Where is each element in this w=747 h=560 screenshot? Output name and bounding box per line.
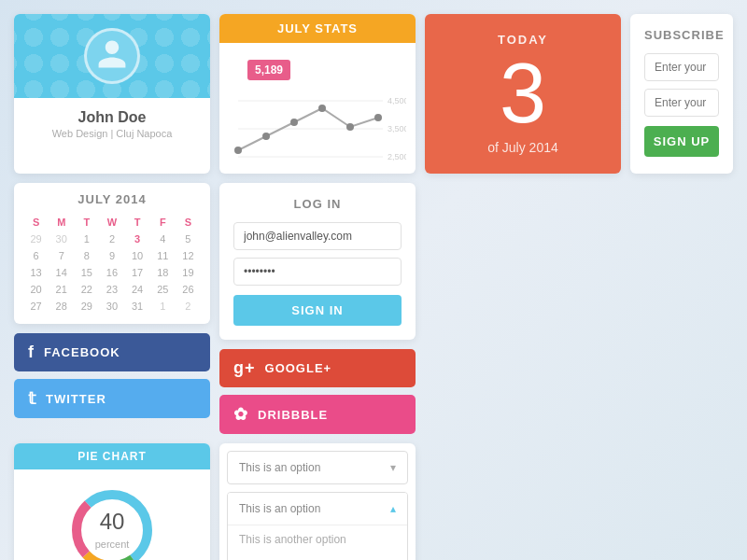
cal-day[interactable]: 23 bbox=[99, 281, 124, 298]
cal-day[interactable]: 2 bbox=[99, 231, 124, 247]
cal-day[interactable]: 15 bbox=[74, 264, 99, 281]
cal-day[interactable]: 25 bbox=[150, 281, 176, 298]
cal-header-f: F bbox=[150, 214, 176, 231]
login-email-input[interactable] bbox=[233, 222, 402, 250]
stats-body: 5,189 4,500 3,500 2,500 bbox=[219, 43, 416, 164]
cal-row-5: 27 28 29 30 31 1 2 bbox=[23, 298, 201, 315]
svg-text:3,500: 3,500 bbox=[388, 124, 406, 133]
pie-number: 40 bbox=[95, 509, 130, 535]
cal-day[interactable]: 24 bbox=[125, 281, 150, 298]
signup-button[interactable]: SIGN UP bbox=[644, 126, 719, 157]
cal-row-2: 6 7 8 9 10 11 12 bbox=[23, 247, 201, 264]
right-bottom-col: LOG IN SIGN IN g+ GOOGLE+ ✿ DRIBBBLE bbox=[219, 183, 416, 434]
facebook-large-btn[interactable]: f FACEBOOK bbox=[14, 333, 210, 371]
signin-button[interactable]: SIGN IN bbox=[233, 295, 402, 326]
pie-body: 40 percent Pizza 40% Hamburgers 8% Bacon… bbox=[14, 469, 210, 560]
cal-day[interactable]: 27 bbox=[23, 298, 49, 315]
googleplus-icon: g+ bbox=[233, 358, 256, 378]
dropdown-selected-label: This is an option bbox=[239, 461, 320, 474]
dropdown-card: This is an option ▾ This is an option ▴ … bbox=[219, 443, 416, 560]
cal-header-t2: T bbox=[125, 214, 150, 231]
cal-day[interactable]: 11 bbox=[150, 247, 176, 264]
facebook-icon: f bbox=[28, 343, 35, 362]
svg-point-10 bbox=[346, 123, 354, 131]
cal-day[interactable]: 9 bbox=[99, 247, 124, 264]
cal-day[interactable]: 10 bbox=[125, 247, 150, 264]
cal-header-s2: S bbox=[176, 214, 201, 231]
svg-point-11 bbox=[374, 114, 382, 121]
cal-day[interactable]: 4 bbox=[150, 231, 176, 247]
facebook-label: FACEBOOK bbox=[44, 345, 120, 359]
dropdown-option-2[interactable]: And another bbox=[228, 553, 407, 560]
profile-subtitle: Web Design | Cluj Napoca bbox=[52, 128, 173, 139]
cal-day[interactable]: 8 bbox=[74, 247, 99, 264]
cal-row-1: 29 30 1 2 3 4 5 bbox=[23, 231, 201, 247]
cal-day[interactable]: 14 bbox=[49, 264, 74, 281]
calendar-card: JULY 2014 S M T W T F S 29 bbox=[14, 183, 210, 324]
svg-text:2,500: 2,500 bbox=[388, 152, 406, 161]
pie-header: PIE CHART bbox=[14, 443, 210, 469]
stats-badge: 5,189 bbox=[247, 60, 290, 80]
dribbble-icon: ✿ bbox=[233, 404, 248, 425]
dribbble-large-btn[interactable]: ✿ DRIBBBLE bbox=[219, 395, 416, 434]
cal-day[interactable]: 1 bbox=[74, 231, 99, 247]
cal-day[interactable]: 19 bbox=[176, 264, 201, 281]
today-number: 3 bbox=[500, 51, 546, 135]
login-password-input[interactable] bbox=[233, 258, 402, 286]
cal-day[interactable]: 22 bbox=[74, 281, 99, 298]
cal-today[interactable]: 3 bbox=[125, 231, 150, 247]
googleplus-large-btn[interactable]: g+ GOOGLE+ bbox=[219, 349, 416, 387]
cal-day[interactable]: 29 bbox=[74, 298, 99, 315]
dropdown-option-1[interactable]: This is another option bbox=[228, 525, 407, 553]
twitter-icon: 𝕥 bbox=[28, 388, 36, 409]
profile-info: John Doe Web Design | Cluj Napoca bbox=[41, 98, 184, 150]
svg-text:4,500: 4,500 bbox=[388, 96, 406, 105]
social-right-btns: g+ GOOGLE+ ✿ DRIBBBLE bbox=[219, 349, 416, 434]
cal-day[interactable]: 17 bbox=[125, 264, 150, 281]
subscribe-card: SUBSCRIBE SIGN UP bbox=[630, 14, 733, 174]
cal-day[interactable]: 12 bbox=[176, 247, 201, 264]
cal-day[interactable]: 28 bbox=[49, 298, 74, 315]
cal-day[interactable]: 29 bbox=[23, 231, 49, 247]
cal-row-4: 20 21 22 23 24 25 26 bbox=[23, 281, 201, 298]
pie-card: PIE CHART bbox=[14, 443, 210, 560]
cal-day[interactable]: 30 bbox=[49, 231, 74, 247]
login-title: LOG IN bbox=[233, 197, 402, 211]
cal-header-t1: T bbox=[74, 214, 99, 231]
profile-card: John Doe Web Design | Cluj Napoca bbox=[14, 14, 210, 174]
dropdown-open: This is an option ▴ This is another opti… bbox=[227, 492, 408, 560]
password-input[interactable] bbox=[644, 89, 719, 117]
cal-day[interactable]: 21 bbox=[49, 281, 74, 298]
cal-day[interactable]: 13 bbox=[23, 264, 49, 281]
cal-day[interactable]: 20 bbox=[23, 281, 49, 298]
cal-day[interactable]: 5 bbox=[176, 231, 201, 247]
cal-header-m: M bbox=[49, 214, 74, 231]
twitter-large-btn[interactable]: 𝕥 TWITTER bbox=[14, 379, 210, 418]
cal-day[interactable]: 6 bbox=[23, 247, 49, 264]
dropdown-open-header[interactable]: This is an option ▴ bbox=[228, 493, 407, 525]
cal-day[interactable]: 18 bbox=[150, 264, 176, 281]
pie-label: percent bbox=[95, 539, 130, 550]
cal-day[interactable]: 1 bbox=[150, 298, 176, 315]
cal-day[interactable]: 26 bbox=[176, 281, 201, 298]
twitter-label: TWITTER bbox=[46, 392, 106, 406]
email-input[interactable] bbox=[644, 53, 719, 81]
cal-day[interactable]: 16 bbox=[99, 264, 124, 281]
svg-point-8 bbox=[290, 119, 298, 126]
chevron-up-icon: ▴ bbox=[390, 502, 396, 515]
pie-center: 40 percent bbox=[95, 509, 130, 552]
svg-point-6 bbox=[234, 147, 242, 154]
dropdown-collapsed[interactable]: This is an option ▾ bbox=[227, 451, 408, 484]
profile-name: John Doe bbox=[52, 109, 173, 126]
cal-day[interactable]: 30 bbox=[99, 298, 124, 315]
cal-header-w: W bbox=[99, 214, 124, 231]
social-large-btns: f FACEBOOK 𝕥 TWITTER bbox=[14, 333, 210, 418]
today-sub: of July 2014 bbox=[487, 140, 558, 155]
cal-day[interactable]: 7 bbox=[49, 247, 74, 264]
user-icon bbox=[95, 37, 129, 75]
avatar bbox=[84, 28, 140, 84]
cal-day[interactable]: 31 bbox=[125, 298, 150, 315]
svg-point-7 bbox=[262, 133, 270, 140]
cal-day[interactable]: 2 bbox=[176, 298, 201, 315]
googleplus-label: GOOGLE+ bbox=[265, 361, 332, 375]
